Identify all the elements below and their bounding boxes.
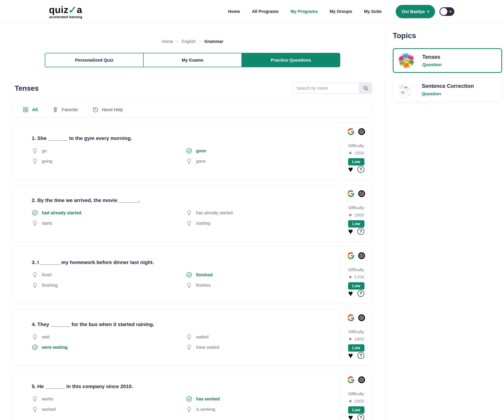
difficulty-label: Difficulty (348, 391, 364, 396)
option[interactable]: have waited (186, 344, 340, 350)
openai-icon[interactable] (358, 376, 365, 383)
topic-subtitle: Question (422, 91, 474, 96)
openai-icon[interactable] (358, 128, 365, 135)
starburst-icon (348, 275, 352, 279)
option-label: go (42, 148, 47, 153)
option-correct[interactable]: goes (186, 148, 340, 154)
topic-title: Tenses (422, 54, 442, 60)
option-label: going (42, 159, 52, 164)
tab-my-exams[interactable]: My Exams (143, 53, 242, 67)
filter-favorite-label: Favorite (62, 107, 78, 112)
difficulty-badge: Low (348, 158, 364, 165)
option[interactable]: starts (32, 220, 186, 226)
favorite-heart-icon[interactable]: ♥ (348, 352, 353, 359)
filter-need-help[interactable]: Need Help (92, 107, 123, 113)
starburst-icon (348, 337, 352, 341)
nav-home[interactable]: Home (228, 9, 240, 14)
header: quizva quiz✓a accelerated learning Home … (0, 0, 504, 23)
bulb-icon (186, 344, 192, 350)
option[interactable]: finishes (186, 282, 340, 288)
user-menu-button[interactable]: Ovi Baidya ▾ (396, 5, 435, 18)
quizva-logo[interactable]: quizva quiz✓a accelerated learning (49, 4, 82, 19)
bulb-icon (186, 334, 192, 340)
option[interactable]: finish (32, 272, 186, 278)
favorite-heart-icon[interactable]: ♥ (348, 414, 353, 420)
difficulty-rating: 1700 (354, 274, 364, 280)
theme-toggle[interactable]: ☀ (439, 7, 454, 16)
question-side-panel: Difficulty 1600 Low ♥ ? (340, 189, 372, 235)
option[interactable]: going (32, 158, 186, 164)
google-icon[interactable] (348, 376, 354, 383)
option-label: is working (196, 407, 215, 412)
google-icon[interactable] (348, 190, 354, 197)
bulb-icon (186, 220, 192, 226)
topic-title: Sentence Correction (422, 83, 474, 89)
option[interactable]: is working (186, 406, 340, 412)
tab-personalized-quiz[interactable]: Personalized Quiz (45, 53, 144, 67)
option[interactable]: finishing (32, 282, 186, 288)
help-icon[interactable]: ? (357, 414, 364, 420)
difficulty-label: Difficulty (348, 268, 364, 272)
breadcrumb-separator-icon: › (177, 39, 178, 44)
breadcrumb-english[interactable]: English (182, 39, 196, 44)
bulb-icon (32, 282, 38, 288)
option-label: waited (196, 335, 209, 339)
topic-subtitle: Question (422, 62, 442, 67)
option[interactable]: worked (32, 406, 186, 412)
openai-icon[interactable] (358, 252, 365, 259)
google-icon[interactable] (348, 252, 354, 259)
option[interactable]: has already started (186, 210, 340, 216)
help-icon[interactable]: ? (357, 352, 364, 359)
option-label: starting (196, 221, 210, 226)
favorite-heart-icon[interactable]: ♥ (348, 228, 353, 235)
google-icon[interactable] (348, 128, 354, 135)
nav-my-suite[interactable]: My Suite (364, 9, 382, 14)
option[interactable]: waited (186, 334, 340, 340)
breadcrumb-home[interactable]: Home (162, 39, 173, 44)
openai-icon[interactable] (358, 190, 365, 197)
option-label: worked (42, 407, 56, 412)
search-button[interactable] (359, 83, 372, 94)
topic-card-tenses[interactable]: I AM YOU ARE WE ARE SHE IS HE IS THEY AR… (393, 48, 502, 73)
nav-my-groups[interactable]: My Groups (330, 9, 352, 14)
option[interactable]: works (32, 396, 186, 402)
search-input[interactable] (292, 83, 359, 94)
nav-my-programs[interactable]: My Programs (290, 9, 318, 14)
option-correct[interactable]: has worked (186, 396, 340, 402)
option[interactable]: starting (186, 220, 340, 226)
starburst-icon (348, 213, 352, 217)
chevron-down-icon: ▾ (427, 10, 429, 13)
option[interactable]: go (32, 148, 186, 154)
help-icon[interactable]: ? (357, 290, 364, 297)
option-correct[interactable]: had already started (32, 210, 186, 216)
main-content: Home › English › Grammar Personalized Qu… (0, 23, 385, 420)
question-card: 2. By the time we arrived, the movie ___… (11, 185, 372, 242)
option-label: wait (42, 335, 49, 339)
openai-icon[interactable] (358, 314, 365, 321)
difficulty-label: Difficulty (348, 143, 364, 148)
help-icon[interactable]: ? (357, 166, 364, 173)
bulb-icon (32, 220, 38, 226)
option-correct[interactable]: finished (186, 272, 340, 278)
topics-sidebar: Topics I AM YOU ARE WE ARE SHE IS HE IS … (385, 23, 504, 420)
google-icon[interactable] (348, 314, 354, 321)
topics-heading: Topics (393, 31, 504, 40)
option-label: gone (196, 159, 206, 164)
logo-quiz: quiz (49, 5, 69, 15)
topic-card-sentence-correction[interactable]: Sentence Correction Question (393, 77, 502, 102)
option[interactable]: gone (186, 158, 340, 164)
tab-practice-questions[interactable]: Practice Questions (241, 53, 340, 67)
option[interactable]: wait (32, 334, 186, 340)
filter-favorite[interactable]: Favorite (52, 107, 78, 113)
nav-all-programs[interactable]: All Programs (252, 9, 279, 14)
filter-all[interactable]: All (23, 107, 38, 113)
difficulty-rating: 1500 (354, 151, 364, 156)
option-correct[interactable]: were waiting (32, 344, 186, 350)
question-card: 1. She _______ to the gym every morning.… (11, 123, 372, 179)
favorite-heart-icon[interactable]: ♥ (348, 290, 353, 297)
help-icon[interactable]: ? (357, 228, 364, 235)
breadcrumb: Home › English › Grammar (0, 39, 385, 44)
check-circle-icon (32, 344, 38, 350)
favorite-heart-icon[interactable]: ♥ (348, 166, 353, 173)
difficulty-rating: 1600 (354, 213, 364, 218)
